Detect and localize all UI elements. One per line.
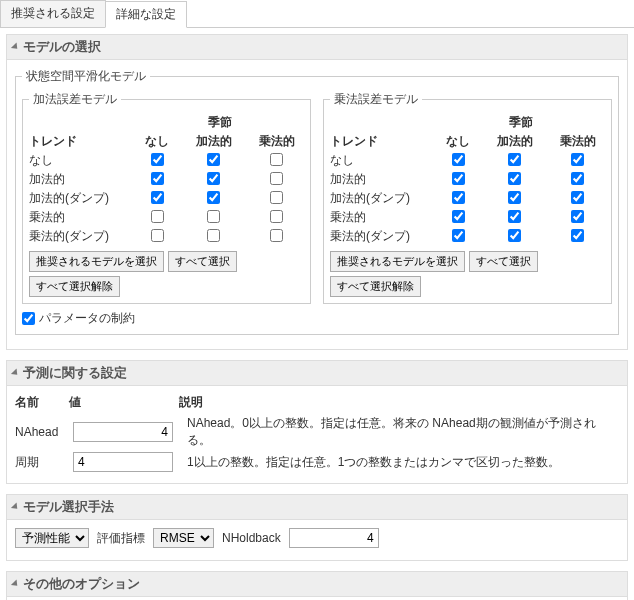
chk-a-none-none[interactable] — [151, 153, 164, 166]
chevron-down-icon — [11, 579, 20, 588]
chk-a-none-add[interactable] — [207, 153, 220, 166]
additive-error-box: 加法誤差モデル 季節 トレンド なし 加法的 乗法的 なし — [22, 91, 311, 304]
chk-m-addd-add[interactable] — [508, 191, 521, 204]
section-title: モデルの選択 — [23, 38, 101, 56]
chk-m-add-none[interactable] — [452, 172, 465, 185]
chk-a-none-mult[interactable] — [270, 153, 283, 166]
chk-m-multd-add[interactable] — [508, 229, 521, 242]
chk-m-mult-mult[interactable] — [571, 210, 584, 223]
col-desc: 説明 — [179, 394, 619, 411]
chk-a-multd-add[interactable] — [207, 229, 220, 242]
period-label: 周期 — [15, 454, 69, 471]
chevron-down-icon — [11, 502, 20, 511]
season-header: 季節 — [437, 114, 605, 131]
section-header[interactable]: 予測に関する設定 — [6, 360, 628, 386]
nholdback-input[interactable] — [289, 528, 379, 548]
section-model-selection: モデルの選択 状態空間平滑化モデル 加法誤差モデル 季節 トレンド なし 加法的 — [6, 34, 628, 350]
chk-a-addd-add[interactable] — [207, 191, 220, 204]
param-constraint-label: パラメータの制約 — [39, 310, 135, 327]
chk-m-add-mult[interactable] — [571, 172, 584, 185]
nahead-input[interactable] — [73, 422, 173, 442]
btn-a-selectall[interactable]: すべて選択 — [168, 251, 237, 272]
multiplicative-legend: 乗法誤差モデル — [330, 91, 422, 108]
chk-a-add-mult[interactable] — [270, 172, 283, 185]
period-desc: 1以上の整数。指定は任意。1つの整数またはカンマで区切った整数。 — [187, 454, 619, 471]
section-header[interactable]: その他のオプション — [6, 571, 628, 597]
metric-label: 評価指標 — [97, 530, 145, 547]
chk-a-add-add[interactable] — [207, 172, 220, 185]
param-constraint-row: パラメータの制約 — [22, 310, 135, 327]
chk-m-multd-mult[interactable] — [571, 229, 584, 242]
section-model-selection-method: モデル選択手法 予測性能 評価指標 RMSE NHoldback — [6, 494, 628, 561]
btn-a-deselectall[interactable]: すべて選択解除 — [29, 276, 120, 297]
section-title: その他のオプション — [23, 575, 140, 593]
multiplicative-error-box: 乗法誤差モデル 季節 トレンド なし 加法的 乗法的 なし — [323, 91, 612, 304]
chevron-down-icon — [11, 42, 20, 51]
trend-header: トレンド — [330, 133, 429, 150]
chk-a-addd-none[interactable] — [151, 191, 164, 204]
chk-m-mult-none[interactable] — [452, 210, 465, 223]
chevron-down-icon — [11, 368, 20, 377]
tab-recommended[interactable]: 推奨される設定 — [0, 0, 106, 27]
chk-a-add-none[interactable] — [151, 172, 164, 185]
chk-m-addd-mult[interactable] — [571, 191, 584, 204]
season-header: 季節 — [136, 114, 304, 131]
btn-a-recommended[interactable]: 推奨されるモデルを選択 — [29, 251, 164, 272]
method-select[interactable]: 予測性能 — [15, 528, 89, 548]
btn-m-recommended[interactable]: 推奨されるモデルを選択 — [330, 251, 465, 272]
chk-m-addd-none[interactable] — [452, 191, 465, 204]
nahead-label: NAhead — [15, 425, 69, 439]
chk-m-none-add[interactable] — [508, 153, 521, 166]
chk-m-add-add[interactable] — [508, 172, 521, 185]
nholdback-label: NHoldback — [222, 531, 281, 545]
chk-m-multd-none[interactable] — [452, 229, 465, 242]
chk-a-multd-none[interactable] — [151, 229, 164, 242]
btn-m-selectall[interactable]: すべて選択 — [469, 251, 538, 272]
section-header[interactable]: モデル選択手法 — [6, 494, 628, 520]
col-value: 値 — [69, 394, 179, 411]
col-name: 名前 — [15, 394, 69, 411]
chk-a-mult-mult[interactable] — [270, 210, 283, 223]
section-header[interactable]: モデルの選択 — [6, 34, 628, 60]
section-title: 予測に関する設定 — [23, 364, 127, 382]
additive-legend: 加法誤差モデル — [29, 91, 121, 108]
chk-m-none-none[interactable] — [452, 153, 465, 166]
chk-a-mult-add[interactable] — [207, 210, 220, 223]
period-input[interactable] — [73, 452, 173, 472]
chk-a-addd-mult[interactable] — [270, 191, 283, 204]
section-other-options: その他のオプション モデル選択規準を結果に出力 予測区間の信頼水準 欠測部分の補… — [6, 571, 628, 600]
nahead-desc: NAhead。0以上の整数。指定は任意。将来の NAhead期の観測値が予測され… — [187, 415, 619, 449]
tab-advanced[interactable]: 詳細な設定 — [105, 1, 187, 28]
btn-m-deselectall[interactable]: すべて選択解除 — [330, 276, 421, 297]
state-space-legend: 状態空間平滑化モデル — [22, 68, 150, 85]
chk-m-mult-add[interactable] — [508, 210, 521, 223]
param-constraint-chk[interactable] — [22, 312, 35, 325]
chk-m-none-mult[interactable] — [571, 153, 584, 166]
metric-select[interactable]: RMSE — [153, 528, 214, 548]
section-title: モデル選択手法 — [23, 498, 114, 516]
chk-a-multd-mult[interactable] — [270, 229, 283, 242]
section-forecast-settings: 予測に関する設定 名前 値 説明 NAhead NAhead。0以上の整数。指定… — [6, 360, 628, 484]
chk-a-mult-none[interactable] — [151, 210, 164, 223]
trend-header: トレンド — [29, 133, 128, 150]
